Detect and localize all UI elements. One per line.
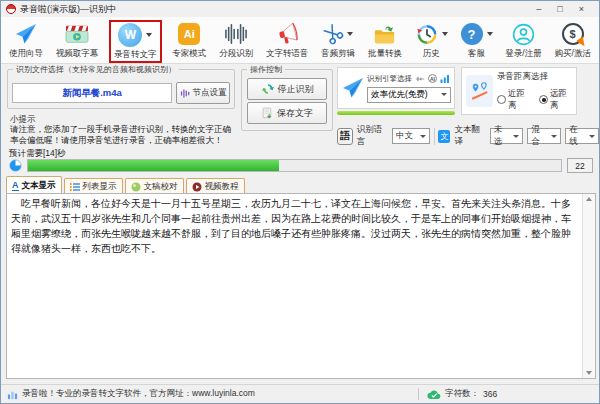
waveform-icon	[224, 23, 248, 45]
tab-label: 文本显示	[22, 180, 56, 192]
progress-bar	[27, 159, 562, 172]
tab-video-tutorial[interactable]: 视频教程	[186, 178, 245, 194]
maximize-button[interactable]: □	[557, 4, 562, 14]
scrollbar[interactable]	[582, 194, 595, 378]
save-document-icon	[261, 107, 274, 120]
translate-engine-select[interactable]: 在线	[565, 128, 599, 144]
chevron-down-icon	[551, 135, 557, 138]
text-translate-label: 文本翻译	[454, 124, 485, 148]
buy-icon: $	[562, 23, 584, 45]
toolbar-item-label: 客服	[468, 48, 485, 60]
slider-icon	[415, 75, 425, 83]
chevron-down-icon	[146, 33, 152, 37]
folder-convert-icon	[373, 23, 396, 46]
save-text-label: 保存文字	[277, 107, 313, 120]
toolbar-item-support[interactable]: ? 客服	[459, 20, 495, 61]
toolbar-item-audio-to-text[interactable]: W 录音转文字	[109, 20, 162, 63]
scroll-down-icon[interactable]	[586, 371, 592, 375]
translate-engine-value: 在线	[569, 124, 586, 148]
title-bar: 录音啦(演示版)—识别中 – □ ×	[1, 1, 599, 17]
toolbar-item-label: 历史	[423, 48, 440, 60]
ai-badge-icon: AI	[428, 74, 437, 83]
stop-recognition-button[interactable]: 停止识别	[247, 78, 327, 100]
chevron-down-icon	[513, 135, 519, 138]
progress-row: 22	[9, 158, 593, 173]
history-clock-icon	[415, 23, 438, 46]
save-text-button[interactable]: 保存文字	[247, 102, 327, 124]
translate-mode-select[interactable]: 混合	[527, 128, 561, 144]
radio-far-label: 远距离	[550, 88, 572, 112]
node-waveform-icon	[180, 88, 191, 99]
engine-select-label: 识别引擎选择	[367, 74, 412, 84]
engine-select-value: 效率优先(免费)	[371, 89, 428, 101]
proofread-icon	[131, 182, 141, 192]
distance-panel: 录音距离选择 近距离 远距离	[461, 67, 577, 115]
audio-to-text-icon: W	[118, 23, 142, 47]
signal-bars-icon	[440, 74, 450, 83]
user-icon	[512, 23, 535, 46]
dollar-glyph: $	[570, 28, 576, 40]
transcript-area: 吃早餐听新闻，各位好今天是十一月十五号星期三，农历九月二十七，译文在上海问候您，…	[6, 193, 596, 379]
view-tabs: A 文本显示 列表显示 文稿校对 视频教程	[6, 176, 245, 194]
toolbar-item-segment-recognition[interactable]: 分段识别	[217, 20, 255, 61]
divider	[434, 128, 435, 145]
toolbar-item-history[interactable]: 历史	[413, 20, 450, 61]
minimize-button[interactable]: –	[536, 4, 541, 14]
toolbar-item-wizard[interactable]: 使用向导	[7, 20, 45, 61]
toolbar-item-expert-mode[interactable]: Ai 专家模式	[170, 20, 208, 61]
transcript-text[interactable]: 吃早餐听新闻，各位好今天是十一月十五号星期三，农历九月二十七，译文在上海问候您，…	[7, 194, 582, 378]
toolbar-item-text-to-speech[interactable]: 文字转语音	[264, 20, 311, 61]
language-row: 語 识别语言 中文 文 文本翻译 未选 混合 在线	[337, 126, 599, 146]
toolbar-item-buy[interactable]: $ 购买/激活	[552, 20, 592, 61]
radio-far-distance[interactable]: 远距离	[539, 88, 572, 112]
paper-plane-icon	[14, 22, 38, 46]
toolbar-item-login[interactable]: 登录/注册	[503, 20, 543, 61]
radio-near-distance[interactable]: 近距离	[497, 88, 530, 112]
progress-fill	[28, 160, 279, 171]
scroll-up-icon[interactable]	[586, 197, 592, 201]
language-select[interactable]: 中文	[392, 128, 429, 144]
tab-list-view[interactable]: 列表显示	[64, 178, 123, 194]
tab-text-view[interactable]: A 文本显示	[6, 176, 62, 194]
engine-highlight-bar	[337, 111, 455, 115]
close-button[interactable]: ×	[579, 4, 584, 14]
chevron-down-icon	[589, 135, 595, 138]
scissors-icon	[319, 20, 347, 48]
distance-panel-label: 录音距离选择	[497, 71, 572, 83]
toolbar-item-video-subtitle[interactable]: 视频取字幕	[54, 20, 101, 61]
char-count-value: 366	[483, 389, 497, 399]
text-a-icon: A	[12, 181, 19, 191]
window-title: 录音啦(演示版)—识别中	[20, 3, 116, 16]
translate-mode-value: 混合	[531, 124, 548, 148]
question-icon: ?	[461, 23, 483, 45]
engine-select[interactable]: 效率优先(免费)	[367, 87, 451, 103]
language-button[interactable]: 語	[337, 128, 353, 145]
main-toolbar: 使用向导 视频取字幕 W 录音转文字 Ai 专家模式 分段识别 文字转语音 音频…	[1, 17, 599, 64]
radio-icon	[497, 95, 506, 104]
sync-arrows-icon	[261, 82, 275, 96]
progress-counter: 22	[567, 158, 593, 173]
toolbar-item-batch-convert[interactable]: 批量转换	[366, 20, 404, 61]
operation-controls-panel: 操作控制 停止识别 保存文字	[241, 69, 333, 131]
file-select-panel: 识别文件选择（支持常见的音频和视频识别） 新闻早餐.m4a 节点设置	[7, 69, 235, 109]
tab-proofread[interactable]: 文稿校对	[125, 178, 184, 194]
map-pins-icon	[466, 75, 493, 107]
toolbar-item-audio-edit[interactable]: 音频剪辑	[319, 20, 357, 61]
status-bar: 录音啦！专业的录音转文字软件，官方网址：www.luyinla.com 字符数：…	[1, 384, 599, 403]
video-subtitle-icon	[65, 23, 89, 45]
ai-expert-icon: Ai	[178, 23, 200, 45]
spinner-icon	[9, 159, 22, 172]
chevron-down-icon	[441, 93, 447, 96]
tab-label: 列表显示	[83, 181, 117, 193]
chevron-down-icon	[347, 32, 353, 36]
engine-panel: 识别引擎选择 AI 效率优先(免费)	[337, 67, 455, 109]
toolbar-item-label: 视频取字幕	[56, 48, 99, 60]
translate-source-select[interactable]: 未选	[490, 128, 524, 144]
toolbar-item-label: 音频剪辑	[321, 48, 355, 60]
toolbar-item-label: 文字转语音	[266, 48, 309, 60]
toolbar-item-label: 登录/注册	[505, 48, 541, 60]
node-settings-button[interactable]: 节点设置	[176, 82, 230, 104]
selected-file-field[interactable]: 新闻早餐.m4a	[12, 83, 172, 103]
cloud-check-icon	[427, 389, 441, 400]
toolbar-item-label: 使用向导	[9, 48, 43, 60]
